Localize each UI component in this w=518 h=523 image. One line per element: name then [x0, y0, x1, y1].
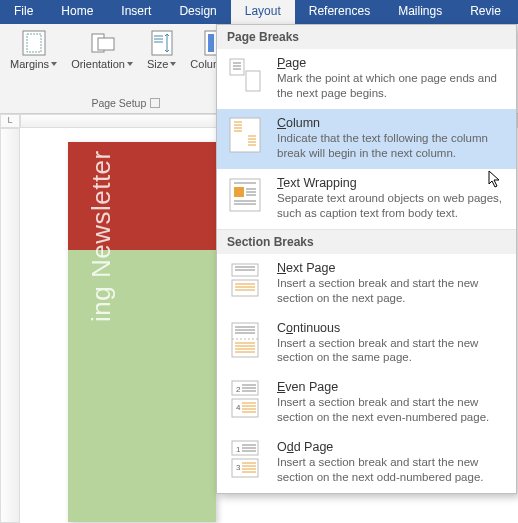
page-break-icon — [227, 56, 265, 94]
margins-label: Margins — [10, 58, 49, 70]
ribbon-tabs: File Home Insert Design Layout Reference… — [0, 0, 518, 24]
svg-rect-16 — [232, 280, 258, 296]
tab-review[interactable]: Revie — [456, 0, 515, 24]
tab-file[interactable]: File — [0, 0, 47, 24]
orientation-icon — [89, 30, 115, 56]
menu-item-next-page[interactable]: Next PageNext Page Insert a section brea… — [217, 254, 516, 314]
size-icon — [149, 30, 175, 56]
tab-design[interactable]: Design — [165, 0, 230, 24]
mouse-cursor-icon — [488, 170, 504, 190]
menu-item-title: ColumnColumn — [277, 116, 506, 130]
menu-header-section-breaks: Section Breaks — [217, 229, 516, 254]
even-page-icon: 24 — [227, 380, 265, 418]
orientation-button[interactable]: Orientation — [67, 28, 137, 72]
menu-item-title: Even PageEven Page — [277, 380, 506, 394]
page[interactable]: ing Newsletter — [68, 142, 216, 522]
svg-rect-3 — [98, 38, 114, 50]
menu-header-page-breaks: Page Breaks — [217, 25, 516, 49]
column-break-icon — [227, 116, 265, 154]
menu-item-column[interactable]: ColumnColumn Indicate that the text foll… — [217, 109, 516, 169]
menu-item-text-wrapping[interactable]: Text WrappingText Wrapping Separate text… — [217, 169, 516, 229]
ruler-vertical[interactable] — [0, 128, 20, 523]
page-title-text: ing Newsletter — [86, 150, 117, 322]
ruler-corner: L — [0, 114, 20, 128]
svg-text:4: 4 — [236, 403, 241, 412]
menu-item-continuous[interactable]: ContinuousContinuous Insert a section br… — [217, 314, 516, 374]
svg-rect-12 — [230, 118, 260, 152]
svg-rect-11 — [246, 71, 260, 91]
breaks-menu: Page Breaks PPageage Mark the point at w… — [216, 24, 517, 494]
svg-rect-0 — [23, 31, 45, 55]
menu-item-desc: Separate text around objects on web page… — [277, 191, 506, 221]
svg-rect-10 — [230, 59, 244, 75]
menu-item-title: Next PageNext Page — [277, 261, 506, 275]
tab-home[interactable]: Home — [47, 0, 107, 24]
menu-item-desc: Insert a section break and start the new… — [277, 276, 506, 306]
menu-item-desc: Insert a section break and start the new… — [277, 455, 506, 485]
svg-text:3: 3 — [236, 463, 241, 472]
svg-text:1: 1 — [236, 445, 241, 454]
tab-insert[interactable]: Insert — [107, 0, 165, 24]
odd-page-icon: 13 — [227, 440, 265, 478]
chevron-down-icon — [51, 62, 57, 66]
menu-item-title: Odd PageOdd Page — [277, 440, 506, 454]
menu-item-page[interactable]: PPageage Mark the point at which one pag… — [217, 49, 516, 109]
dialog-launcher-icon[interactable] — [150, 98, 160, 108]
menu-item-desc: Insert a section break and start the new… — [277, 336, 506, 366]
menu-item-title: ContinuousContinuous — [277, 321, 506, 335]
margins-button[interactable]: Margins — [6, 28, 61, 72]
menu-item-title: Text WrappingText Wrapping — [277, 176, 506, 190]
svg-rect-14 — [234, 187, 244, 197]
svg-text:2: 2 — [236, 385, 241, 394]
menu-item-even-page[interactable]: 24 Even PageEven Page Insert a section b… — [217, 373, 516, 433]
svg-rect-4 — [152, 31, 172, 55]
group-page-setup: Margins Orientation Size Columns — [0, 24, 253, 113]
chevron-down-icon — [170, 62, 176, 66]
menu-item-desc: Indicate that the text following the col… — [277, 131, 506, 161]
tab-references[interactable]: References — [295, 0, 384, 24]
chevron-down-icon — [127, 62, 133, 66]
size-label: Size — [147, 58, 168, 70]
continuous-icon — [227, 321, 265, 359]
menu-item-title: PPageage — [277, 56, 506, 70]
tab-mailings[interactable]: Mailings — [384, 0, 456, 24]
svg-rect-6 — [208, 34, 214, 52]
margins-icon — [21, 30, 47, 56]
orientation-label: Orientation — [71, 58, 125, 70]
text-wrapping-icon — [227, 176, 265, 214]
group-page-setup-label: Page Setup — [91, 97, 146, 109]
tab-layout[interactable]: Layout — [231, 0, 295, 24]
size-button[interactable]: Size — [143, 28, 180, 72]
menu-item-desc: Mark the point at which one page ends an… — [277, 71, 506, 101]
next-page-icon — [227, 261, 265, 299]
menu-item-desc: Insert a section break and start the new… — [277, 395, 506, 425]
menu-item-odd-page[interactable]: 13 Odd PageOdd Page Insert a section bre… — [217, 433, 516, 493]
